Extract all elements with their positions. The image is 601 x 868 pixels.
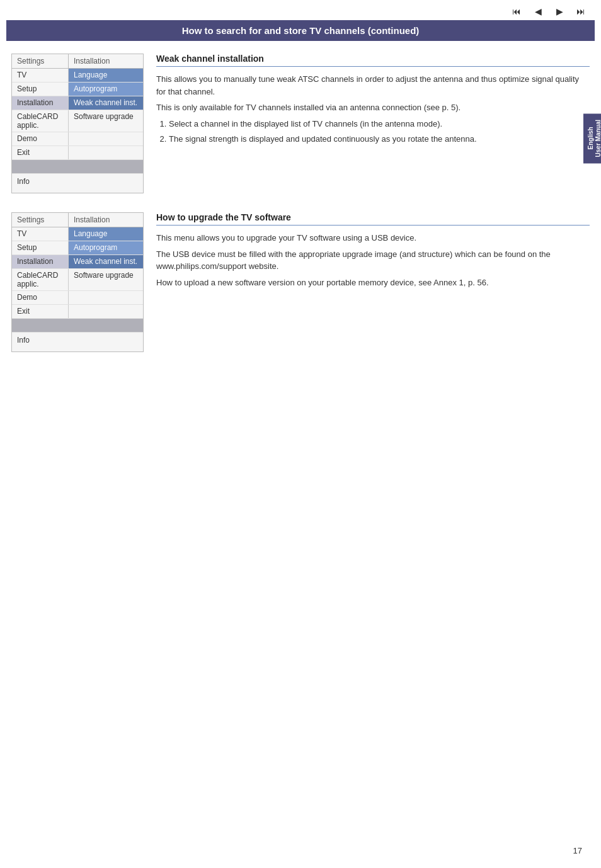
nav-first-button[interactable]: ⏮ — [508, 5, 525, 18]
menu-row-tv-2[interactable]: TV Language — [12, 227, 143, 241]
section-software-upgrade: Settings Installation TV Language Setup … — [11, 212, 590, 352]
menu-row-demo-2[interactable]: Demo — [12, 291, 143, 305]
nav-last-button[interactable]: ⏭ — [572, 5, 590, 18]
menu-spacer-1 — [12, 160, 143, 174]
menu-right-autoprogram-2: Autoprogram — [69, 241, 143, 254]
menu-header-1: Settings Installation — [12, 54, 143, 69]
side-label: English User Manual — [583, 113, 601, 163]
menu-row-tv-1[interactable]: TV Language — [12, 69, 143, 83]
content-panel-2: How to upgrade the TV software This menu… — [156, 212, 590, 292]
main-content: Settings Installation TV Language Setup … — [0, 54, 601, 352]
menu-right-autoprogram-1: Autoprogram — [69, 83, 143, 96]
menu-left-tv-1: TV — [12, 69, 69, 82]
content-para-2-3: How to upload a new software version on … — [156, 277, 590, 289]
menu-left-installation-1: Installation — [12, 96, 69, 110]
content-para-2-1: This menu allows you to upgrade your TV … — [156, 232, 590, 244]
content-para-1-2: This is only available for TV channels i… — [156, 101, 590, 114]
menu-row-cablecard-2[interactable]: CableCARD applic. Software upgrade — [12, 269, 143, 291]
top-navigation: ⏮ ◀ ▶ ⏭ — [0, 0, 601, 20]
menu-col-settings-label-2: Settings — [12, 213, 69, 227]
content-para-1-1: This allows you to manually tune weak AT… — [156, 73, 590, 98]
menu-spacer-2 — [12, 319, 143, 333]
menu-panel-2: Settings Installation TV Language Setup … — [11, 212, 144, 352]
menu-panel-1: Settings Installation TV Language Setup … — [11, 54, 144, 193]
page-title: How to search for and store TV channels … — [6, 20, 595, 41]
menu-left-setup-2: Setup — [12, 241, 69, 254]
menu-row-demo-1[interactable]: Demo — [12, 132, 143, 146]
menu-right-language-1: Language — [69, 69, 143, 82]
menu-right-weak-2: Weak channel inst. — [69, 255, 143, 268]
content-list-1: Select a channel in the displayed list o… — [169, 118, 590, 147]
menu-row-setup-2[interactable]: Setup Autoprogram — [12, 241, 143, 255]
menu-right-weak-1: Weak channel inst. — [69, 96, 143, 110]
menu-info-2: Info — [12, 333, 143, 351]
menu-row-exit-1[interactable]: Exit — [12, 146, 143, 160]
menu-left-exit-2: Exit — [12, 305, 69, 318]
content-para-2-2: The USB device must be filled with the a… — [156, 248, 590, 273]
menu-col-installation-label: Installation — [69, 54, 143, 68]
menu-left-setup-1: Setup — [12, 83, 69, 96]
content-panel-1: Weak channel installation This allows yo… — [156, 54, 590, 149]
menu-left-cablecard-1: CableCARD applic. — [12, 110, 69, 132]
nav-next-button[interactable]: ▶ — [551, 5, 568, 18]
nav-prev-button[interactable]: ◀ — [529, 5, 547, 18]
menu-left-demo-2: Demo — [12, 291, 69, 304]
menu-col-settings-label: Settings — [12, 54, 69, 68]
content-title-1: Weak channel installation — [156, 54, 590, 67]
menu-right-demo-2 — [69, 291, 143, 304]
menu-right-software-2: Software upgrade — [69, 269, 143, 290]
menu-right-demo-1 — [69, 132, 143, 146]
menu-col-installation-label-2: Installation — [69, 213, 143, 227]
menu-left-cablecard-2: CableCARD applic. — [12, 269, 69, 290]
section-weak-channel: Settings Installation TV Language Setup … — [11, 54, 590, 193]
menu-row-exit-2[interactable]: Exit — [12, 305, 143, 319]
menu-row-cablecard-1[interactable]: CableCARD applic. Software upgrade — [12, 110, 143, 132]
menu-left-tv-2: TV — [12, 227, 69, 241]
menu-right-exit-2 — [69, 305, 143, 318]
menu-row-setup-1[interactable]: Setup Autoprogram — [12, 83, 143, 96]
menu-row-installation-1[interactable]: Installation Weak channel inst. — [12, 96, 143, 110]
list-item-1-2: The signal strength is displayed and upd… — [169, 133, 590, 146]
menu-row-installation-2[interactable]: Installation Weak channel inst. — [12, 255, 143, 269]
menu-left-exit-1: Exit — [12, 146, 69, 159]
menu-right-exit-1 — [69, 146, 143, 159]
list-item-1-1: Select a channel in the displayed list o… — [169, 118, 590, 131]
content-title-2: How to upgrade the TV software — [156, 212, 590, 226]
menu-right-software-1: Software upgrade — [69, 110, 143, 132]
menu-header-2: Settings Installation — [12, 213, 143, 227]
menu-right-language-2: Language — [69, 227, 143, 241]
page-number: 17 — [573, 846, 582, 855]
menu-left-installation-2: Installation — [12, 255, 69, 268]
menu-left-demo-1: Demo — [12, 132, 69, 146]
menu-info-1: Info — [12, 174, 143, 193]
